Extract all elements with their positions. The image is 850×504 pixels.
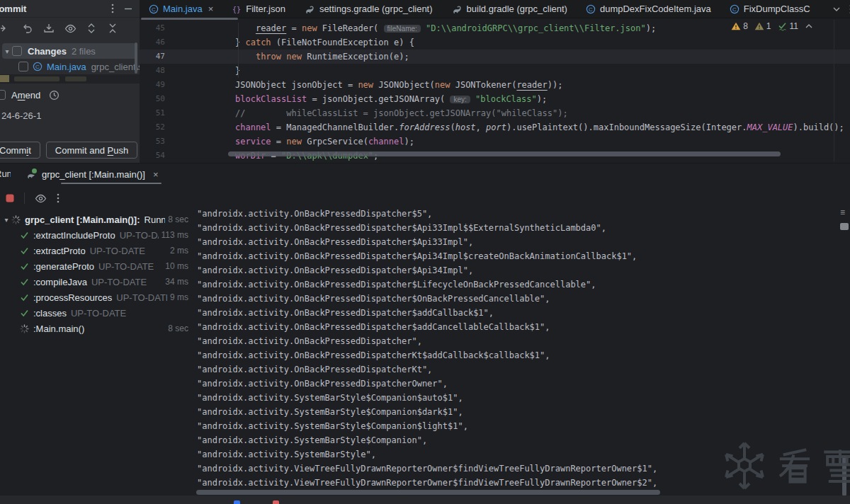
gradle-icon <box>451 4 463 15</box>
diff-preview-icon[interactable] <box>64 22 76 35</box>
task-status: UP-TO-DATE <box>120 230 159 241</box>
console-line: "androidx.activity.SystemBarStyle$Compan… <box>197 419 838 433</box>
task-main: :Main.main() <box>20 323 165 334</box>
task-main: :generateProtoUP-TO-DATE <box>20 261 162 272</box>
task-row[interactable]: :extractIncludeProtoUP-TO-DATE113 ms <box>0 227 193 243</box>
code-line[interactable]: 53service = new GrpcService(channel); <box>140 134 850 149</box>
task-row[interactable]: :processResourcesUP-TO-DATE9 ms <box>0 290 193 305</box>
hidden-file-row[interactable] <box>0 74 140 84</box>
console-line: "androidx.activity.OnBackPressedDispatch… <box>197 249 838 263</box>
tab-build.gradle (grpc_client)[interactable]: build.gradle (grpc_client) <box>442 0 577 18</box>
gradle-icon <box>304 4 315 15</box>
clock-icon[interactable] <box>49 90 60 101</box>
arrow-partial-icon[interactable] <box>0 22 13 35</box>
gradle-task-tree: ▾ grpc_client [:Main.main()]: Running 8 … <box>0 212 193 336</box>
console-side-icons: ≡ <box>840 207 849 230</box>
console-horizontal-scrollbar[interactable] <box>196 490 660 495</box>
console-line: "androidx.activity.SystemBarStyle$Compan… <box>197 405 838 419</box>
svg-text:C: C <box>732 6 737 13</box>
task-status: UP-TO-DATE <box>90 246 145 256</box>
check-icon <box>20 247 29 255</box>
amend-checkbox[interactable] <box>0 90 6 100</box>
tab-Filter.json[interactable]: {}Filter.json <box>222 0 295 18</box>
chevron-down-icon[interactable]: ▾ <box>1 216 11 224</box>
console-line: "androidx.activity.OnBackPressedDispatch… <box>197 348 838 362</box>
line-number: 47 <box>140 50 175 64</box>
task-row[interactable]: :extractProtoUP-TO-DATE2 ms <box>0 243 193 258</box>
commit-and-push-button[interactable]: Commit and Push <box>46 142 137 159</box>
check-icon <box>20 231 29 239</box>
run-tab[interactable]: grpc_client [:Main.main()] × <box>26 165 159 183</box>
task-row[interactable]: :classesUP-TO-DATE <box>0 305 193 321</box>
changes-checkbox[interactable] <box>12 46 22 56</box>
code-line[interactable]: 48} <box>140 64 850 78</box>
console-line: "androidx.activity.OnBackPressedDispatch… <box>197 334 838 348</box>
console-line: "androidx.activity.SystemBarStyle$Compan… <box>197 391 838 405</box>
tab-scrollbar[interactable] <box>141 18 238 20</box>
close-icon[interactable]: × <box>208 4 214 14</box>
code-text: channel = ManagedChannelBuilder.forAddre… <box>175 120 844 134</box>
close-icon[interactable]: × <box>153 169 159 180</box>
changed-file-row[interactable]: C Main.java grpc_client\src <box>0 59 140 74</box>
scroll-thumb-top[interactable] <box>840 223 849 230</box>
rollback-icon[interactable] <box>21 22 34 35</box>
run-tab-label: grpc_client [:Main.main()] <box>42 169 145 180</box>
code-text: service = new GrpcService(channel); <box>175 134 414 149</box>
task-row-running[interactable]: :Main.main()8 sec <box>0 321 193 336</box>
check-icon <box>20 309 29 317</box>
changes-row[interactable]: ▾ Changes 2 files <box>2 43 137 59</box>
svg-text:C: C <box>35 64 40 70</box>
changes-count: 2 files <box>72 46 96 57</box>
commit-message-input[interactable]: 24-6-26-1 <box>0 103 140 121</box>
commit-button[interactable]: Commit <box>0 142 40 159</box>
console-line: "androidx.activity.OnBackPressedDispatch… <box>197 320 838 334</box>
snowflake-icon <box>721 441 768 491</box>
tab-dumpDexFixCodeItem.java[interactable]: CdumpDexFixCodeItem.java <box>577 0 720 18</box>
code-line[interactable]: 45 reader = new FileReader( fileName: "D… <box>140 21 850 35</box>
changes-label: Changes <box>28 46 67 57</box>
code-line[interactable]: 49JSONObject jsonObject = new JSONObject… <box>140 78 850 92</box>
tab-Main.java[interactable]: CMain.java× <box>140 0 222 18</box>
code-line[interactable]: 51// whileClassList = jsonObject.getJSON… <box>140 106 850 120</box>
task-row[interactable]: :compileJavaUP-TO-DATE34 ms <box>0 274 193 290</box>
spinner-icon <box>20 324 29 333</box>
code-line[interactable]: 52channel = ManagedChannelBuilder.forAdd… <box>140 120 850 134</box>
code-line[interactable]: 47 throw new RuntimeException(e); <box>140 50 850 64</box>
task-row[interactable]: :generateProtoUP-TO-DATE10 ms <box>0 258 193 274</box>
commit-panel-scrollbar[interactable] <box>135 42 137 74</box>
amend-label[interactable]: Amend <box>11 90 40 101</box>
code-line[interactable]: 50blockClassList = jsonObject.getJSONArr… <box>140 92 850 106</box>
console-line: "androidx.activity.OnBackPressedDispatch… <box>197 221 838 235</box>
collapse-all-icon[interactable] <box>106 22 119 35</box>
class-icon: C <box>586 4 596 14</box>
task-root-row[interactable]: ▾ grpc_client [:Main.main()]: Running 8 … <box>0 212 193 227</box>
bottom-strip <box>0 496 850 504</box>
tab-FixDumpClassC[interactable]: CFixDumpClassC <box>720 0 820 18</box>
file-checkbox[interactable] <box>18 62 28 71</box>
eye-icon[interactable] <box>35 194 47 203</box>
code-line[interactable]: 46} catch (FileNotFoundException e) { <box>140 35 850 50</box>
chevron-down-icon[interactable] <box>832 6 841 12</box>
tab-settings.gradle (grpc_client)[interactable]: settings.gradle (grpc_client) <box>295 0 442 18</box>
minimize-icon[interactable] <box>124 3 132 14</box>
kebab-icon[interactable] <box>111 3 114 14</box>
console-line: "androidx.activity.OnBackPressedDispatch… <box>197 306 838 320</box>
stop-button[interactable] <box>6 194 14 202</box>
code-editor[interactable]: 45 reader = new FileReader( fileName: "D… <box>140 21 850 163</box>
watermark <box>721 441 850 491</box>
task-name: :generateProto <box>33 261 94 272</box>
task-main: :extractProtoUP-TO-DATE <box>20 246 167 256</box>
line-number: 46 <box>140 35 175 50</box>
expand-all-icon[interactable] <box>85 22 98 35</box>
task-status: UP-TO-DATE <box>91 277 147 287</box>
task-time: 113 ms <box>159 230 188 240</box>
editor-horizontal-scrollbar[interactable] <box>228 151 781 156</box>
lines-icon[interactable]: ≡ <box>840 207 849 217</box>
code-text: reader = new FileReader( fileName: "D:\\… <box>175 21 656 36</box>
chevron-down-icon[interactable]: ▾ <box>2 47 12 55</box>
task-name: :extractProto <box>33 246 86 256</box>
shelve-icon[interactable] <box>42 22 55 35</box>
kebab-icon[interactable] <box>57 193 60 204</box>
task-time: 34 ms <box>162 277 188 287</box>
commit-panel: Commit ▾ Changes 2 files C Main.java grp… <box>0 0 140 163</box>
